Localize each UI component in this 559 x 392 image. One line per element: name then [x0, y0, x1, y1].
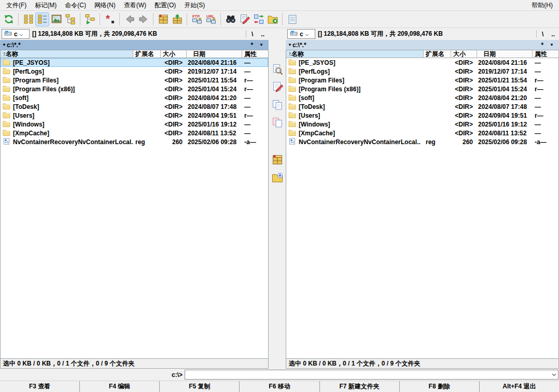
column-header-name[interactable]: ↑名称 — [1, 50, 133, 58]
file-row[interactable]: [Program Files]<DIR>2025/01/21 15:54r— — [1, 76, 268, 85]
command-input[interactable] — [185, 371, 550, 379]
root-dir-button[interactable]: \ — [249, 31, 256, 38]
file-row[interactable]: [Windows]<DIR>2025/01/16 19:12— — [286, 120, 558, 129]
column-header-size[interactable]: 大小 — [451, 50, 477, 58]
fn-button-f7-new-folder[interactable]: F7 新建文件夹 — [320, 381, 400, 392]
file-row[interactable]: [XmpCache]<DIR>2024/08/11 13:52— — [1, 129, 268, 137]
drive-selector[interactable]: c — [287, 29, 315, 39]
fn-button-f8-delete[interactable]: F8 删除 — [400, 381, 480, 392]
new-folder-icon[interactable] — [270, 170, 284, 184]
file-row[interactable]: NvContainerRecoveryNvContainerLocal..reg… — [286, 137, 558, 146]
parent-dir-button[interactable]: .. — [258, 31, 267, 38]
fn-button-f4-edit[interactable]: F4 编辑 — [80, 381, 160, 392]
column-header-ext[interactable]: 扩展名 — [133, 50, 161, 58]
path-bar[interactable]: ▼c:\*.**▼ — [0, 40, 269, 50]
file-date-cell: 2025/01/04 15:24 — [477, 86, 533, 93]
edit-file-icon[interactable] — [270, 80, 284, 94]
file-panels: c[] 128,184,808 KB 可用，共 209,098,476 KB\.… — [0, 28, 559, 369]
fn-button-f6-move[interactable]: F6 移动 — [240, 381, 319, 392]
parent-dir-button[interactable]: .. — [549, 31, 557, 38]
file-date-cell: 2019/12/07 17:14 — [477, 68, 533, 75]
file-row[interactable]: [Users]<DIR>2024/09/04 19:51r— — [286, 111, 558, 120]
file-row[interactable]: [soft]<DIR>2024/08/04 21:20— — [1, 93, 268, 102]
file-row[interactable]: [PerfLogs]<DIR>2019/12/07 17:14— — [286, 67, 558, 76]
move-files-icon[interactable] — [270, 115, 284, 129]
dir-branch-icon[interactable] — [83, 12, 97, 26]
file-date-cell: 2024/08/07 17:48 — [187, 103, 242, 110]
column-header-size[interactable]: 大小 — [161, 50, 187, 58]
multi-rename-icon[interactable] — [237, 12, 251, 26]
thumbnail-view-icon[interactable] — [49, 12, 63, 26]
file-name: NvContainerRecoveryNvContainerLocal.. — [299, 138, 421, 146]
file-row[interactable]: [ToDesk]<DIR>2024/08/07 17:48— — [1, 102, 268, 111]
column-header-attr[interactable]: 属性 — [533, 50, 558, 58]
tree-view-icon[interactable] — [63, 12, 77, 26]
menu-item-configuration[interactable]: 配置(O) — [150, 0, 180, 11]
unpack-icon[interactable] — [170, 12, 184, 26]
menu-item-mark[interactable]: 标记(M) — [31, 0, 61, 11]
toolbar-group — [156, 12, 184, 26]
ftp-connect-icon[interactable]: FTP — [190, 12, 204, 26]
file-attr-cell: — — [533, 121, 558, 128]
copy-files-icon[interactable] — [270, 97, 284, 111]
history-button[interactable]: ▼ — [256, 43, 267, 47]
pack-icon[interactable] — [156, 12, 170, 26]
menu-item-start[interactable]: 开始(S) — [180, 0, 209, 11]
file-row[interactable]: [Program Files]<DIR>2025/01/21 15:54r— — [286, 76, 558, 85]
menu-item-net[interactable]: 网络(N) — [90, 0, 120, 11]
file-row[interactable]: [Program Files (x86)]<DIR>2025/01/04 15:… — [286, 85, 558, 93]
file-row[interactable]: [Users]<DIR>2024/09/04 19:51r— — [1, 111, 268, 120]
file-row[interactable]: NvContainerRecoveryNvContainerLocal..reg… — [1, 137, 268, 146]
view-file-icon[interactable] — [270, 62, 284, 76]
file-date-cell: 2019/12/07 17:14 — [187, 68, 242, 75]
menu-item-commands[interactable]: 命令(C) — [61, 0, 90, 11]
refresh-icon[interactable] — [2, 12, 16, 26]
column-header-attr[interactable]: 属性 — [242, 50, 268, 58]
file-row[interactable]: [Windows]<DIR>2025/01/16 19:12— — [1, 120, 268, 129]
file-date-cell: 2024/09/04 19:51 — [187, 112, 242, 119]
history-button[interactable]: ▼ — [547, 43, 557, 47]
ftp-url-icon[interactable]: URL — [204, 12, 218, 26]
menu-item-file[interactable]: 文件(F) — [2, 0, 31, 11]
file-row[interactable]: [ToDesk]<DIR>2024/08/07 17:48— — [286, 102, 558, 111]
full-view-icon[interactable] — [35, 12, 49, 26]
column-header-date[interactable]: 日期 — [477, 50, 533, 58]
menu-item-show[interactable]: 查看(W) — [120, 0, 150, 11]
file-row[interactable]: [XmpCache]<DIR>2024/08/11 13:52— — [286, 129, 558, 137]
menu-item-help[interactable]: 帮助(H) — [527, 0, 557, 11]
drive-space-info: [] 128,184,808 KB 可用，共 209,098,476 KB — [32, 30, 157, 38]
file-size-cell: <DIR> — [161, 94, 187, 102]
forward-icon[interactable] — [136, 12, 150, 26]
path-bar[interactable]: ▼c:\*.**▼ — [286, 40, 559, 50]
column-header-ext[interactable]: 扩展名 — [424, 50, 451, 58]
command-history-chevron-icon[interactable] — [550, 373, 558, 376]
toolbar-group — [223, 12, 280, 26]
fn-button-alt-f4-exit[interactable]: Alt+F4 退出 — [480, 381, 559, 392]
file-row[interactable]: [Program Files (x86)]<DIR>2025/01/04 15:… — [1, 85, 268, 93]
sync-dirs-icon[interactable] — [251, 12, 265, 26]
brief-view-icon[interactable] — [21, 12, 35, 26]
drive-selector[interactable]: c — [2, 29, 30, 39]
favorites-button[interactable]: * — [538, 41, 547, 49]
notes-icon[interactable] — [285, 12, 299, 26]
fn-button-f5-copy[interactable]: F5 复制 — [160, 381, 240, 392]
favorites-button[interactable]: * — [247, 41, 256, 49]
file-row[interactable]: [PE_JSYOS]<DIR>2024/08/04 21:16— — [1, 58, 268, 67]
file-row[interactable]: [PE_JSYOS]<DIR>2024/08/04 21:16— — [286, 58, 558, 67]
select-pattern-icon[interactable]: * — [103, 12, 117, 26]
file-row[interactable]: [soft]<DIR>2024/08/04 21:20— — [286, 93, 558, 102]
pack-files-icon[interactable] — [270, 152, 284, 166]
column-header-date[interactable]: 日期 — [187, 50, 242, 58]
file-list: ↑名称扩展名大小日期属性[PE_JSYOS]<DIR>2024/08/04 21… — [286, 50, 559, 359]
column-header-name[interactable]: ↑名称 — [286, 50, 424, 58]
file-size-cell: <DIR> — [451, 130, 477, 137]
back-icon[interactable] — [122, 12, 136, 26]
root-dir-button[interactable]: \ — [539, 31, 546, 38]
dir-contents-icon[interactable] — [265, 12, 280, 26]
file-name: [Users] — [299, 112, 320, 119]
file-row[interactable]: [PerfLogs]<DIR>2019/12/07 17:14— — [1, 67, 268, 76]
file-attr-cell: — — [242, 130, 268, 137]
search-icon[interactable] — [223, 12, 237, 26]
fn-button-f3-view[interactable]: F3 查看 — [0, 381, 80, 392]
file-size-cell: <DIR> — [451, 59, 477, 66]
